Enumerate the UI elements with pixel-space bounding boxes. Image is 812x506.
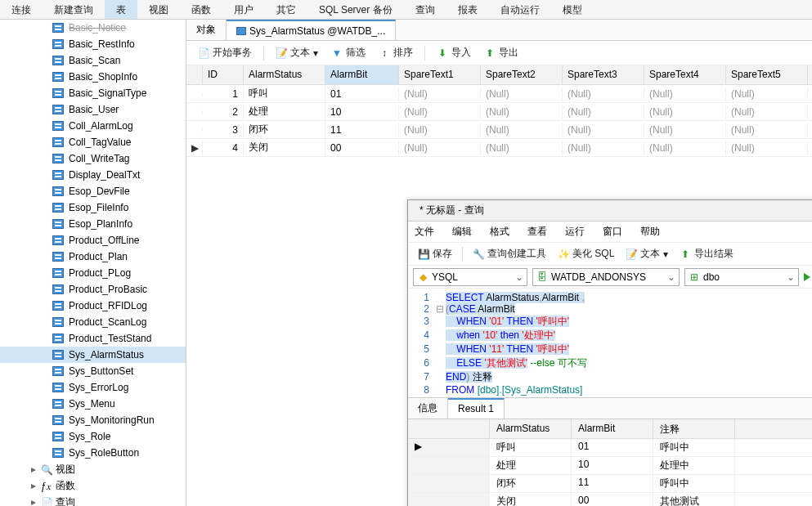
tree-node-coll_tagvalue[interactable]: Coll_TagValue	[0, 134, 186, 150]
export-button[interactable]: ⬆导出	[479, 44, 523, 61]
tree-node-product_plan[interactable]: Product_Plan	[0, 249, 186, 265]
tree-node-basic_shopinfo[interactable]: Basic_ShopInfo	[0, 69, 186, 85]
table-row[interactable]: 1呼叫01(Null)(Null)(Null)(Null)(Null)	[186, 85, 812, 103]
result-header[interactable]: 注释	[653, 419, 735, 438]
tree-node-sys_errorlog[interactable]: Sys_ErrorLog	[0, 379, 186, 396]
tab-alarmstatus[interactable]: Sys_AlarmStatus @WATDB_...	[227, 20, 396, 40]
menu-0[interactable]: 连接	[0, 0, 43, 19]
table-icon	[52, 105, 64, 114]
tree-node-basic_scan[interactable]: Basic_Scan	[0, 52, 186, 69]
table-row[interactable]: ▶4关闭00(Null)(Null)(Null)(Null)(Null)	[186, 139, 812, 157]
query-menu-item[interactable]: 帮助	[640, 225, 660, 239]
tree-node-product_plog[interactable]: Product_PLog	[0, 265, 186, 281]
menu-10[interactable]: 自动运行	[489, 0, 551, 19]
query-title-bar[interactable]: * 无标题 - 查询	[408, 200, 812, 222]
content-tabs: 对象 Sys_AlarmStatus @WATDB_...	[186, 20, 812, 41]
menu-1[interactable]: 新建查询	[43, 0, 105, 19]
grid-header-sparetext4[interactable]: SpareText4	[644, 65, 726, 84]
grid-header-sparetext2[interactable]: SpareText2	[481, 65, 563, 84]
begin-transaction-button[interactable]: 📄开始事务	[193, 44, 257, 61]
tree-node-sys_menu[interactable]: Sys_Menu	[0, 396, 186, 412]
table-icon	[52, 399, 64, 409]
menu-2[interactable]: 表	[105, 0, 137, 19]
save-button[interactable]: 💾保存	[413, 245, 457, 262]
sort-button[interactable]: ↕排序	[374, 44, 418, 61]
filter-button[interactable]: ▼筛选	[326, 44, 370, 61]
query-menu-item[interactable]: 文件	[415, 225, 434, 239]
result-row[interactable]: ▶呼叫01呼叫中	[408, 439, 812, 457]
text-dropdown[interactable]: 📝文本 ▾	[621, 245, 673, 262]
tree-node-coll_writetag[interactable]: Coll_WriteTag	[0, 150, 186, 167]
sql-editor[interactable]: 1 SELECT AlarmStatus,AlarmBit ,2⊟(CASE A…	[408, 289, 812, 398]
table-row[interactable]: 2处理10(Null)(Null)(Null)(Null)(Null)	[186, 103, 812, 121]
grid-header-sparetext1[interactable]: SpareText1	[399, 65, 481, 84]
query-menu-item[interactable]: 运行	[565, 225, 585, 239]
menu-11[interactable]: 模型	[551, 0, 594, 19]
tab-info[interactable]: 信息	[408, 398, 448, 419]
tree-node-basic_user[interactable]: Basic_User	[0, 101, 186, 118]
grid-header-sparetext5[interactable]: SpareText5	[726, 65, 808, 84]
expand-icon: ▸	[31, 496, 39, 506]
tab-result1[interactable]: Result 1	[448, 398, 505, 419]
tree-category[interactable]: ▸🔍视图	[0, 461, 186, 477]
tree-node-sys_rolebutton[interactable]: Sys_RoleButton	[0, 445, 186, 461]
tree-node-coll_alarmlog[interactable]: Coll_AlarmLog	[0, 118, 186, 134]
table-toolbar: 📄开始事务 📝文本 ▾ ▼筛选 ↕排序 ⬇导入 ⬆导出	[186, 41, 812, 65]
menu-9[interactable]: 报表	[446, 0, 489, 19]
query-menu-item[interactable]: 查看	[527, 225, 547, 239]
schema-combo[interactable]: ⊞dbo⌄	[684, 268, 799, 286]
tree-node-sys_alarmstatus[interactable]: Sys_AlarmStatus	[0, 347, 186, 363]
menu-5[interactable]: 用户	[222, 0, 265, 19]
tree-category[interactable]: ▸📄查询	[0, 494, 186, 506]
tree-node-esop_planinfo[interactable]: Esop_PlanInfo	[0, 216, 186, 232]
tree-node-sys_buttonset[interactable]: Sys_ButtonSet	[0, 363, 186, 379]
menu-4[interactable]: 函数	[180, 0, 222, 19]
tree-node-product_scanlog[interactable]: Product_ScanLog	[0, 314, 186, 330]
query-menu-item[interactable]: 编辑	[452, 225, 472, 239]
tree-node-product_rfidlog[interactable]: Product_RFIDLog	[0, 298, 186, 314]
tree-node[interactable]: Basic_Notice	[0, 20, 186, 36]
grid-header-sparetext3[interactable]: SpareText3	[563, 65, 644, 84]
grid-header-id[interactable]: ID	[203, 65, 244, 84]
import-button[interactable]: ⬇导入	[432, 44, 476, 61]
run-selected-button[interactable]: 运行已选择的	[804, 270, 812, 284]
query-builder-button[interactable]: 🔧查询创建工具	[468, 245, 551, 262]
tree-category[interactable]: ▸ƒ𝑥函数	[0, 477, 186, 494]
tree-node-product_teststand[interactable]: Product_TestStand	[0, 330, 186, 347]
query-menu-item[interactable]: 格式	[490, 225, 509, 239]
table-icon	[52, 415, 64, 425]
result-header[interactable]: AlarmBit	[572, 419, 653, 438]
tree-node-product_probasic[interactable]: Product_ProBasic	[0, 281, 186, 298]
language-combo[interactable]: ◆YSQL⌄	[413, 268, 527, 286]
table-icon	[52, 203, 64, 213]
tree-node-basic_restinfo[interactable]: Basic_RestInfo	[0, 36, 186, 52]
tree-node-display_dealtxt[interactable]: Display_DealTxt	[0, 167, 186, 183]
tree-node-sys_monitoringrun[interactable]: Sys_MonitoringRun	[0, 412, 186, 428]
tree-node-esop_devfile[interactable]: Esop_DevFile	[0, 183, 186, 199]
menu-3[interactable]: 视图	[137, 0, 180, 19]
tab-object[interactable]: 对象	[186, 20, 227, 40]
menu-8[interactable]: 查询	[404, 0, 446, 19]
grid-header-alarmstatus[interactable]: AlarmStatus	[244, 65, 325, 84]
expand-icon: ▸	[31, 480, 39, 491]
query-menu-item[interactable]: 窗口	[603, 225, 622, 239]
result-header[interactable]: AlarmStatus	[490, 419, 572, 438]
tree-node-basic_signaltype[interactable]: Basic_SignalType	[0, 85, 186, 101]
export-result-button[interactable]: ⬆导出结果	[675, 245, 738, 262]
menu-6[interactable]: 其它	[265, 0, 307, 19]
table-row[interactable]: 3闭环11(Null)(Null)(Null)(Null)(Null)	[186, 121, 812, 139]
result-row[interactable]: 闭环11呼叫中	[408, 475, 812, 493]
menu-7[interactable]: SQL Server 备份	[307, 0, 404, 19]
database-combo[interactable]: 🗄WATDB_ANDONSYS⌄	[532, 268, 680, 286]
result-row[interactable]: 关闭00其他测试	[408, 493, 812, 506]
tree-node-product_offline[interactable]: Product_OffLine	[0, 232, 186, 249]
beautify-sql-button[interactable]: ✨美化 SQL	[553, 245, 619, 262]
grid-header-alarmbit[interactable]: AlarmBit	[325, 65, 399, 84]
tree-node-esop_fileinfo[interactable]: Esop_FileInfo	[0, 199, 186, 216]
text-dropdown[interactable]: 📝文本 ▾	[271, 44, 323, 61]
table-icon	[52, 235, 64, 245]
table-icon	[52, 448, 64, 458]
result-row[interactable]: 处理10处理中	[408, 457, 812, 475]
db-icon: 🗄	[536, 271, 548, 283]
tree-node-sys_role[interactable]: Sys_Role	[0, 428, 186, 445]
